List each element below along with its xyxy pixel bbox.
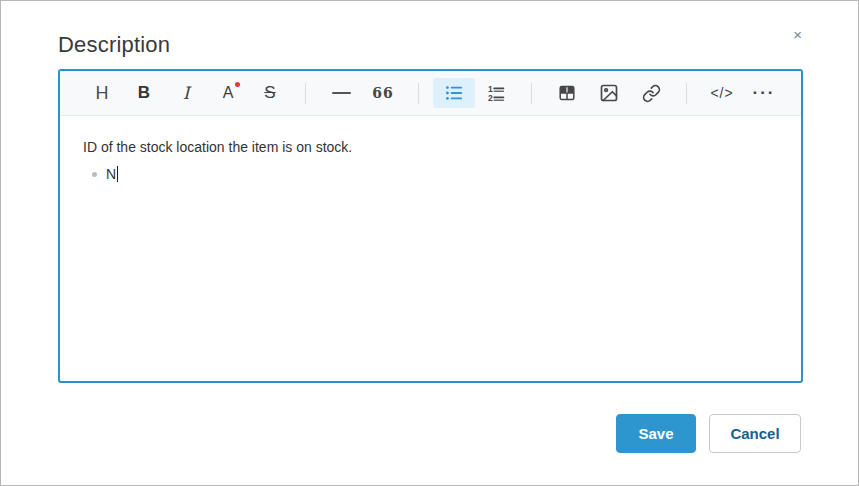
bold-icon: B [138, 83, 150, 103]
code-button[interactable]: </> [701, 78, 743, 108]
list-item-text: N [106, 166, 116, 182]
rich-text-editor: H B I A S 66 [58, 69, 803, 383]
strikethrough-icon: S [264, 83, 275, 103]
strikethrough-button[interactable]: S [249, 78, 291, 108]
font-color-button[interactable]: A [207, 78, 249, 108]
heading-icon: H [96, 83, 109, 104]
numbered-list-button[interactable]: 1 2 [475, 78, 517, 108]
editor-toolbar: H B I A S 66 [60, 71, 801, 116]
toolbar-divider [418, 83, 419, 104]
code-icon: </> [710, 85, 733, 101]
link-icon [642, 84, 661, 103]
editor-paragraph: ID of the stock location the item is on … [83, 137, 777, 157]
table-button[interactable] [546, 78, 588, 108]
horizontal-rule-button[interactable] [320, 78, 362, 108]
save-button[interactable]: Save [616, 414, 696, 453]
description-dialog: Description × H B I A S 66 [0, 0, 859, 486]
image-button[interactable] [588, 78, 630, 108]
more-options-button[interactable]: ··· [743, 78, 785, 108]
dialog-footer: Save Cancel [616, 414, 801, 453]
bullet-list-button[interactable] [433, 78, 475, 108]
svg-text:2: 2 [488, 93, 493, 103]
dialog-title: Description [58, 32, 170, 58]
heading-button[interactable]: H [81, 78, 123, 108]
ellipsis-icon: ··· [753, 88, 776, 98]
text-cursor [117, 166, 118, 182]
cancel-button[interactable]: Cancel [709, 414, 801, 453]
link-button[interactable] [630, 78, 672, 108]
close-icon[interactable]: × [787, 25, 808, 44]
font-color-icon: A [223, 84, 234, 102]
blockquote-button[interactable]: 66 [362, 78, 404, 108]
toolbar-divider [305, 83, 306, 104]
horizontal-rule-icon [332, 92, 351, 94]
bullet-list-icon [444, 83, 464, 103]
toolbar-divider [531, 83, 532, 104]
editor-bullet-list: N [83, 164, 777, 185]
italic-button[interactable]: I [165, 78, 207, 108]
table-icon [557, 83, 577, 103]
bold-button[interactable]: B [123, 78, 165, 108]
italic-icon: I [183, 83, 190, 103]
list-item: N [106, 164, 777, 185]
numbered-list-icon: 1 2 [486, 83, 506, 103]
toolbar-divider [686, 83, 687, 104]
blockquote-icon: 66 [372, 85, 393, 101]
editor-content-area[interactable]: ID of the stock location the item is on … [60, 116, 801, 381]
image-icon [599, 83, 619, 103]
